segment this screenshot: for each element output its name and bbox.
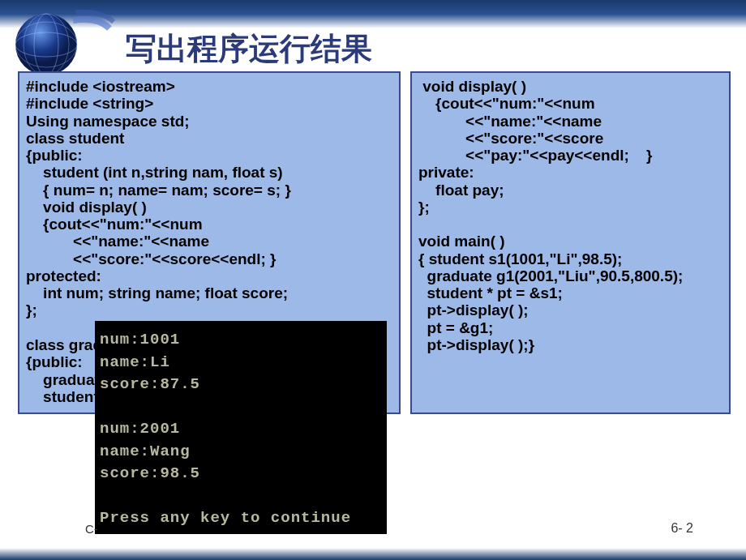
bottom-banner (0, 548, 746, 560)
footer-right: 6- 2 (671, 521, 693, 536)
footer-left: C- (85, 522, 98, 536)
code-panel-right: void display( ) {cout<<"num:"<<num <<"na… (410, 71, 731, 414)
svg-point-0 (15, 14, 77, 75)
console-output: num:1001 name:Li score:87.5 num:2001 nam… (95, 321, 387, 534)
slide-title: 写出程序运行结果 (126, 28, 372, 70)
globe-icon (4, 4, 118, 77)
